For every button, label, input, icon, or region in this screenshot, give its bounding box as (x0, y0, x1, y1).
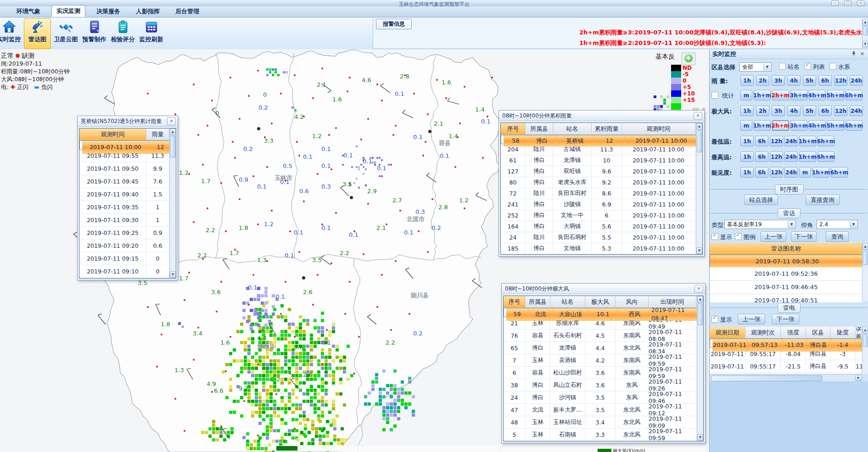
district-check-水系[interactable]: 水系 (829, 64, 855, 70)
close-button[interactable]: × (857, 0, 864, 6)
time-button-3h[interactable]: 3h (772, 75, 785, 86)
scroll-thumb[interactable] (863, 251, 868, 265)
time-button-6h[interactable]: 6h (755, 151, 768, 162)
column-header[interactable]: 站名 (553, 123, 592, 135)
menu-tab-3[interactable]: 决策服务 (92, 6, 125, 17)
time-button-6h+m[interactable]: 6h+m (846, 120, 862, 131)
time-button-2h+m[interactable]: 2h+m (772, 120, 789, 131)
lightning-prev-button[interactable]: 上一张 (738, 314, 765, 324)
time-button-3h+m[interactable]: 3h+m (790, 90, 807, 100)
chevron-down-icon[interactable]: ▼ (788, 221, 795, 228)
table-row[interactable]: 72陆川良田车田村8.62019-07-11 10:00 (501, 188, 702, 199)
column-header[interactable]: 序号 (504, 296, 526, 308)
scroll-thumb[interactable] (698, 303, 703, 325)
table-row[interactable]: 47北流新丰大罗...3.5东北风2019-07-11 09:12 (504, 404, 703, 416)
tool-refresh[interactable]: 监控刷新 (138, 18, 165, 49)
station-rain-window[interactable]: 英桥镇(N5702)逐5分钟累计雨量✕观测时间雨量2019-07-11 10:0… (77, 116, 178, 280)
time-button-2h[interactable]: 2h (756, 106, 769, 116)
time-button-m[interactable]: m (740, 90, 752, 100)
column-header[interactable]: 极大风 (585, 296, 616, 308)
time-button-m[interactable]: m (799, 167, 811, 178)
column-header[interactable]: 强度 (781, 327, 806, 339)
table-row[interactable]: 24博白沙河镇3.5东风2019-07-11 09:46 (504, 391, 703, 404)
table-row[interactable]: 38博白凤山立石村3.6东风2019-07-11 09:26 (504, 379, 703, 391)
time-button-1h+m[interactable]: 1h+m (754, 90, 771, 100)
table-row[interactable]: 2019-07-11 09:250.9 (79, 227, 176, 240)
menu-tab-4[interactable]: 人影指挥 (131, 6, 164, 17)
column-header[interactable]: 误差 (856, 327, 862, 339)
time-button-1h[interactable]: 1h (740, 151, 754, 162)
radar-list-scrollbar[interactable]: ▲ (862, 243, 868, 301)
table-row[interactable]: 5玉林石南镇3.3东北风2019-07-11 09:59 (504, 429, 703, 441)
radar-prev-button[interactable]: 上一张 (761, 231, 786, 242)
time-button-3h[interactable]: 3h (772, 106, 785, 116)
table-row[interactable]: 65博白龙潭镇4.4东北风2019-07-11 08:34 (504, 342, 703, 354)
scroll-right-icon[interactable]: ▶ (855, 375, 862, 381)
column-header[interactable]: 站名 (550, 296, 585, 308)
time-button-6h+m[interactable]: 6h+m (846, 90, 862, 100)
time-button-24h[interactable]: 24h (784, 151, 798, 162)
scroll-up-icon[interactable]: ▲ (170, 128, 176, 135)
table-row[interactable]: 61博白龙潭镇102019-07-11 10:00 (501, 155, 702, 166)
time-button-1h+m[interactable]: 1h+m (812, 167, 829, 178)
tool-report[interactable]: 预警制作 (81, 18, 108, 49)
time-button-5h[interactable]: 5h (803, 106, 816, 116)
scroll-up-icon[interactable]: ▲ (697, 296, 703, 303)
scroll-up-icon[interactable]: ▲ (862, 243, 868, 250)
time-button-12h[interactable]: 12h (834, 106, 847, 116)
scroll-up-icon[interactable]: ▲ (696, 123, 702, 130)
time-button-12h[interactable]: 12h (770, 136, 783, 146)
column-header[interactable]: 区县 (806, 327, 830, 339)
column-header[interactable]: 观测时次 (745, 327, 781, 339)
time-button-1h+m[interactable]: 1h+m (799, 136, 816, 146)
time-button-4h[interactable]: 4h (787, 75, 801, 86)
scroll-down-icon[interactable]: ▼ (862, 41, 868, 48)
accum-rain-window[interactable]: 08时~10时00分钟累积雨量✕序号所属县站名累积雨量观测时间58博白英桥镇12… (498, 110, 705, 257)
district-dropdown[interactable]: 全部 ▼ (739, 62, 772, 72)
time-button-24h[interactable]: 24h (784, 136, 798, 146)
time-button-1h[interactable]: 1h (740, 75, 754, 86)
district-check-列表[interactable]: 列表 (804, 64, 829, 70)
tool-home[interactable]: 实时监控 (0, 18, 22, 49)
table-row[interactable]: 241博白沙陂镇6.92019-07-11 10:00 (501, 199, 702, 210)
table-row[interactable]: 2019-07-11 09:200.6 (79, 240, 176, 252)
time-button-1h+m[interactable]: 1h+m (754, 120, 771, 131)
scroll-thumb[interactable] (863, 26, 868, 35)
radar-type-dropdown[interactable]: 基本反射率19 ▼ (724, 220, 796, 229)
table-row[interactable]: 2019-07-1109:57:13-11.03博白县-1.4 (710, 339, 862, 348)
menu-tab-2[interactable]: 实况监测 (51, 5, 85, 17)
alarm-scrollbar[interactable]: ▲ ▼ (862, 19, 868, 48)
time-button-12h[interactable]: 12h (834, 75, 847, 86)
minimize-button[interactable]: — (831, 0, 839, 6)
menu-tab-5[interactable]: 后台管理 (171, 6, 204, 17)
max-wind-window[interactable]: 08时~10时00分钟极大风✕序号所属县站名极大风风向出现时间59北流大容山顶1… (501, 283, 706, 443)
table-row[interactable]: 127博白双旺镇9.62019-07-11 10:00 (501, 166, 702, 177)
column-header[interactable]: 观测日期 (710, 327, 745, 339)
time-button-3h+m[interactable]: 3h+m (790, 120, 807, 131)
table-row[interactable]: 80博白老虎头水库9.22019-07-11 10:00 (501, 177, 702, 188)
scroll-thumb[interactable] (697, 130, 702, 152)
time-button-6h[interactable]: 6h (755, 136, 768, 146)
scroll-down-icon[interactable]: ▼ (697, 434, 703, 441)
stat-checkbox[interactable] (711, 92, 718, 99)
table-row[interactable]: 2019-07-11 09:351 (79, 201, 176, 214)
time-button-5h+m[interactable]: 5h+m (827, 120, 844, 131)
table-row[interactable]: 2019-07-11 09:509.9 (79, 162, 176, 175)
time-button-24h[interactable]: 24h (850, 75, 863, 86)
table-scrollbar[interactable]: ▲▼ (697, 296, 703, 441)
window-close-icon[interactable]: ✕ (167, 117, 176, 125)
column-header[interactable]: 所属县 (526, 296, 550, 308)
column-header[interactable]: 观测时间 (622, 123, 695, 135)
radar-next-button[interactable]: 下一张 (791, 231, 817, 242)
column-header[interactable]: 所属县 (526, 123, 553, 135)
time-button-6h+m[interactable]: 6h+m (831, 167, 848, 178)
pin-icon[interactable] (851, 51, 856, 58)
radar-list-item[interactable]: 2019-07-11 09:46:45 (710, 281, 862, 294)
tool-radar[interactable]: 雷达图 (24, 18, 51, 49)
scroll-thumb[interactable] (863, 334, 868, 347)
table-row[interactable]: 2019-07-1109:55:17-21.5博白县-9.511 (710, 360, 862, 373)
table-row[interactable]: 48玉林玉林站旧址3.4东北风2019-07-11 09:09 (504, 416, 703, 429)
lightning-next-button[interactable]: 下一张 (772, 314, 799, 324)
checkbox-icon[interactable] (804, 63, 811, 70)
time-button-1h+m[interactable]: 1h+m (799, 151, 816, 162)
